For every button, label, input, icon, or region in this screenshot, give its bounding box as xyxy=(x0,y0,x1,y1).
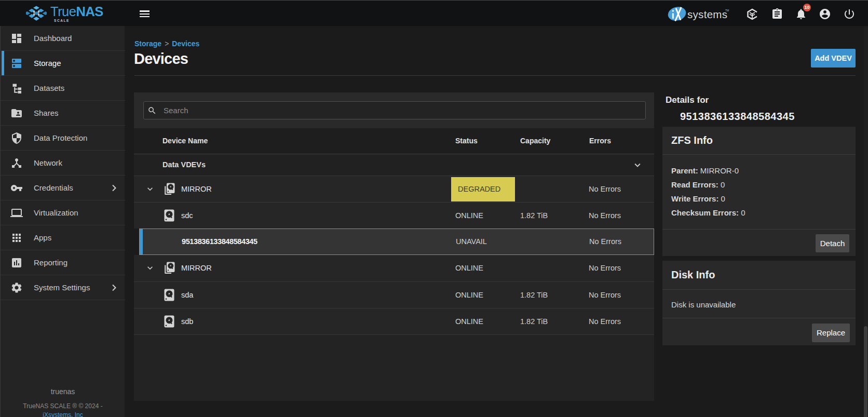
svg-text:TM: TM xyxy=(725,9,729,12)
svg-text:systems: systems xyxy=(687,8,727,20)
